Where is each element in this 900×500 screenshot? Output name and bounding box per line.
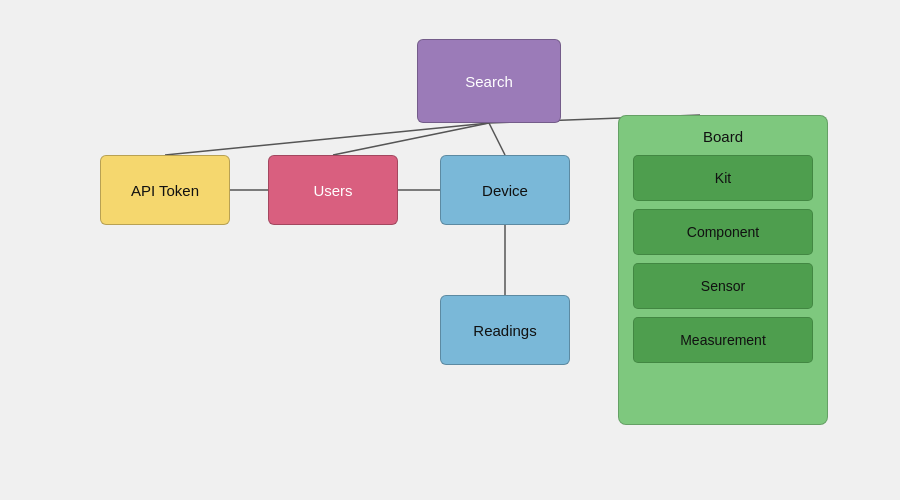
- diagram: Search API Token Users Device Readings B…: [0, 0, 900, 500]
- svg-line-0: [165, 123, 489, 155]
- api-token-node: API Token: [100, 155, 230, 225]
- board-title: Board: [703, 128, 743, 145]
- measurement-node: Measurement: [633, 317, 813, 363]
- svg-line-1: [333, 123, 489, 155]
- device-node: Device: [440, 155, 570, 225]
- svg-line-2: [489, 123, 505, 155]
- sensor-node: Sensor: [633, 263, 813, 309]
- readings-node: Readings: [440, 295, 570, 365]
- search-node: Search: [417, 39, 561, 123]
- component-node: Component: [633, 209, 813, 255]
- users-node: Users: [268, 155, 398, 225]
- board-container: Board Kit Component Sensor Measurement: [618, 115, 828, 425]
- kit-node: Kit: [633, 155, 813, 201]
